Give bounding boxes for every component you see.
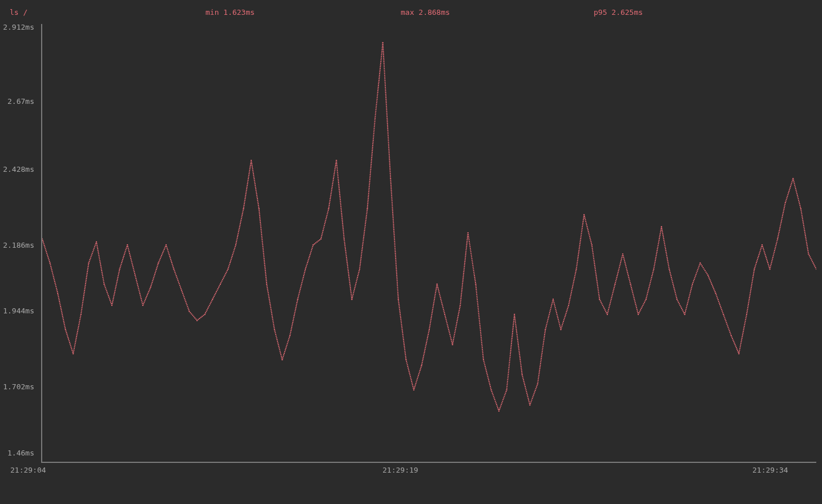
svg-point-743 [340,208,341,209]
svg-point-992 [386,107,387,108]
svg-point-483 [256,193,257,194]
svg-point-676 [325,221,326,223]
svg-point-1260 [449,334,450,335]
svg-point-1820 [623,259,624,260]
svg-point-64 [68,338,69,340]
svg-point-666 [320,239,321,240]
svg-point-322 [176,275,177,276]
svg-point-816 [358,270,360,271]
svg-point-1363 [474,280,476,281]
svg-point-2257 [812,261,813,262]
svg-point-1938 [669,270,670,271]
svg-point-1918 [663,238,664,239]
svg-point-2040 [725,320,726,321]
svg-point-554 [271,311,272,312]
svg-point-375 [214,294,215,295]
svg-point-1879 [651,277,652,278]
svg-point-1052 [392,208,393,209]
svg-point-27 [54,281,55,282]
svg-point-2216 [797,196,799,197]
svg-point-457 [249,168,251,170]
svg-point-911 [375,114,376,115]
svg-point-1131 [403,341,404,342]
svg-point-1683 [576,268,577,269]
svg-point-582 [281,356,282,357]
svg-point-36 [58,295,59,296]
svg-point-61 [66,334,67,335]
svg-point-2156 [773,253,774,255]
svg-point-2092 [747,305,748,307]
svg-point-374 [213,296,215,297]
svg-point-547 [269,299,270,300]
svg-point-901 [373,130,374,131]
svg-point-2170 [779,232,780,233]
svg-point-886 [371,155,372,156]
svg-point-674 [324,225,325,226]
svg-point-2256 [811,260,812,261]
svg-point-1695 [579,248,580,249]
svg-point-1311 [463,271,464,272]
svg-point-403 [232,254,233,255]
svg-point-1085 [396,265,397,266]
svg-point-1669 [571,290,573,291]
svg-point-1769 [600,300,601,301]
svg-point-1819 [623,257,624,258]
svg-point-1106 [398,299,399,300]
svg-point-430 [242,211,243,212]
svg-point-1169 [417,378,418,379]
svg-point-1162 [413,389,414,390]
svg-point-1771 [601,303,602,304]
svg-point-1583 [539,366,541,368]
svg-point-1107 [398,300,399,301]
svg-point-390 [225,273,226,274]
svg-point-41 [59,303,61,304]
svg-point-1555 [528,400,529,401]
svg-point-1817 [622,253,623,255]
svg-point-827 [361,253,362,255]
svg-point-1445 [499,409,500,410]
svg-point-1205 [430,322,431,323]
svg-point-1352 [472,261,473,263]
svg-point-292 [160,258,161,259]
svg-point-1360 [474,275,475,276]
y-tick-label: 1.702ms [0,382,37,391]
svg-point-789 [349,284,350,285]
svg-point-342 [187,306,188,307]
svg-point-1832 [628,279,630,280]
svg-point-329 [180,287,181,288]
svg-point-1439 [496,404,497,405]
svg-point-1692 [578,253,579,255]
svg-point-2224 [800,208,801,209]
svg-point-1664 [569,298,570,299]
svg-point-555 [271,312,272,313]
svg-point-2109 [752,277,754,278]
svg-point-1304 [462,283,463,284]
svg-point-1214 [432,307,433,308]
svg-point-944 [381,58,382,59]
svg-point-271 [150,288,151,289]
svg-point-1553 [527,396,528,397]
svg-point-2132 [762,246,763,247]
svg-point-38 [58,297,59,299]
svg-point-1225 [436,289,437,290]
svg-point-1625 [553,299,554,300]
svg-point-198 [116,280,118,281]
svg-point-619 [296,305,297,307]
svg-point-418 [238,231,239,232]
svg-point-151 [98,255,99,256]
svg-point-70 [71,348,72,349]
svg-point-1721 [586,223,587,224]
svg-point-1761 [598,288,599,289]
svg-point-1378 [477,304,478,305]
svg-point-191 [114,292,115,293]
svg-point-280 [154,275,155,276]
svg-point-2054 [733,341,734,342]
svg-point-494 [259,210,260,211]
svg-point-2184 [783,209,784,210]
svg-point-815 [358,272,359,273]
svg-point-1236 [440,295,441,296]
svg-point-484 [256,195,257,196]
svg-point-1823 [624,264,626,265]
svg-point-40 [59,301,60,302]
svg-point-1995 [697,269,698,270]
